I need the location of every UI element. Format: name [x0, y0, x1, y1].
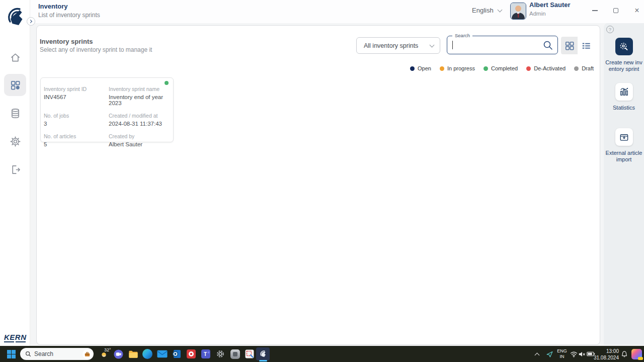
sidebar-expand-button[interactable] [27, 17, 35, 26]
sprint-filter-value: All inventory sprints [364, 42, 430, 49]
external-import-button[interactable] [615, 128, 633, 146]
taskbar-settings[interactable] [214, 348, 226, 360]
taskbar-outlook[interactable] [171, 348, 183, 360]
card-field-sprint-id: Inventory sprint ID INV4567 [44, 86, 109, 106]
status-dot-completed [484, 66, 488, 71]
create-sprint-action[interactable]: Create new inventory sprint [604, 38, 644, 72]
tray-date: 31.08.2024 [593, 355, 619, 361]
grid-view-button[interactable] [561, 37, 578, 54]
create-sprint-icon [619, 42, 629, 52]
user-block[interactable]: Albert Sauter Admin [529, 1, 571, 17]
view-toggle [561, 37, 595, 54]
folder-icon [128, 349, 138, 359]
taskbar-teams[interactable]: T [200, 348, 212, 360]
sidebar-item-inventory[interactable] [4, 74, 26, 96]
gear-icon [215, 349, 225, 359]
gear-icon [10, 136, 21, 147]
lang-line-2: IN [560, 354, 565, 359]
kern-logo-underline [16, 341, 26, 342]
taskbar-chat-app[interactable] [112, 348, 124, 360]
statistics-button[interactable] [615, 83, 633, 101]
dashboard-grid-icon [10, 79, 21, 91]
statistics-action[interactable]: Statistics [604, 83, 644, 111]
tray-volume[interactable] [577, 348, 586, 360]
chevron-right-icon [29, 20, 32, 23]
sidebar-item-database[interactable] [4, 102, 26, 124]
edge-icon [142, 349, 152, 359]
list-view-button[interactable] [578, 37, 594, 54]
avatar[interactable] [510, 3, 526, 20]
kern-app-icon [259, 350, 267, 358]
legend-item-open: Open [410, 65, 431, 71]
app-logo-touch-icon [5, 6, 27, 29]
chevron-down-icon [497, 7, 502, 12]
search-field: Search [447, 36, 558, 54]
app-window: Inventory List of inventory sprints Engl… [0, 0, 644, 346]
tray-copilot-widget[interactable] [630, 348, 642, 360]
list-view-icon [581, 41, 591, 51]
taskbar-snipping-app[interactable] [244, 348, 256, 360]
language-value: English [472, 7, 494, 14]
page-title: Inventory [38, 3, 100, 10]
speaker-muted-icon [578, 351, 586, 357]
weather-temp: 32° [104, 347, 111, 353]
statistics-label: Statistics [605, 105, 643, 111]
bell-icon [621, 350, 628, 358]
taskbar-pinned-app-red[interactable] [185, 348, 197, 360]
user-role: Admin [529, 11, 571, 17]
chevron-down-icon [430, 42, 435, 47]
tray-clock[interactable]: 13:00 31.08.2024 [593, 348, 619, 361]
kern-logo-underline [4, 341, 14, 342]
tray-overflow-button[interactable] [532, 348, 541, 360]
page-subtitle: List of inventory sprints [38, 12, 100, 19]
legend-item-completed: Completed [484, 65, 518, 71]
legend-item-de-activated: De-Activated [526, 65, 566, 71]
taskbar-mail-app[interactable] [156, 348, 168, 360]
status-legend: Open In progress Completed De-Activated … [410, 65, 594, 71]
tray-nearby-share[interactable] [544, 348, 554, 360]
taskbar-edge-browser[interactable] [141, 348, 153, 360]
taskbar-file-explorer[interactable] [127, 348, 139, 360]
gray-app-icon [230, 349, 240, 359]
window-controls: × [588, 4, 644, 17]
search-icon[interactable] [542, 40, 553, 51]
external-import-action[interactable]: External article import [604, 128, 644, 163]
content-subheading: Select any of inventory sprint to manage… [40, 46, 152, 53]
create-sprint-button[interactable] [615, 38, 633, 55]
maximize-button[interactable] [609, 4, 623, 17]
right-sidebar: ? Create new inventory sprint [604, 23, 644, 345]
help-icon[interactable]: ? [606, 26, 614, 33]
start-button[interactable] [5, 348, 17, 360]
sidebar-item-logout[interactable] [4, 158, 26, 180]
minimize-button[interactable] [588, 4, 602, 17]
sprint-filter-dropdown[interactable]: All inventory sprints [356, 37, 440, 54]
taskbar-active-kern-app[interactable] [256, 347, 270, 360]
text-caret [452, 41, 453, 49]
inventory-sprint-card[interactable]: Inventory sprint ID INV4567 Inventory sp… [40, 77, 174, 142]
search-icon [25, 351, 31, 357]
import-box-icon [619, 132, 629, 142]
grid-view-icon [565, 41, 575, 51]
sidebar-item-home[interactable] [4, 46, 26, 68]
card-status-dot [165, 81, 169, 85]
lang-line-1: ENG [557, 348, 567, 354]
status-dot-in-progress [440, 66, 444, 71]
avatar-image [511, 3, 526, 19]
search-input[interactable] [451, 38, 539, 51]
status-dot-draft [574, 66, 579, 71]
create-sprint-label: Create new inventory sprint [605, 59, 643, 72]
taskbar-search[interactable]: Search [20, 348, 94, 360]
copilot-icon [631, 349, 642, 359]
tray-notifications[interactable] [620, 348, 629, 360]
tray-language-indicator[interactable]: ENG IN [555, 348, 569, 360]
card-field-sprint-name: Inventory sprint name Inventory end of y… [109, 86, 171, 106]
taskbar-app-gray[interactable] [229, 348, 241, 360]
close-button[interactable]: × [630, 4, 644, 17]
weather-widget[interactable]: 32° [98, 348, 110, 360]
mail-icon [157, 350, 168, 358]
kern-logo-text: KERN [4, 333, 28, 341]
external-import-label: External article import [605, 150, 643, 163]
language-selector[interactable]: English [472, 7, 502, 14]
card-fields: Inventory sprint ID INV4567 Inventory sp… [44, 86, 171, 147]
sidebar-item-settings[interactable] [4, 130, 26, 152]
